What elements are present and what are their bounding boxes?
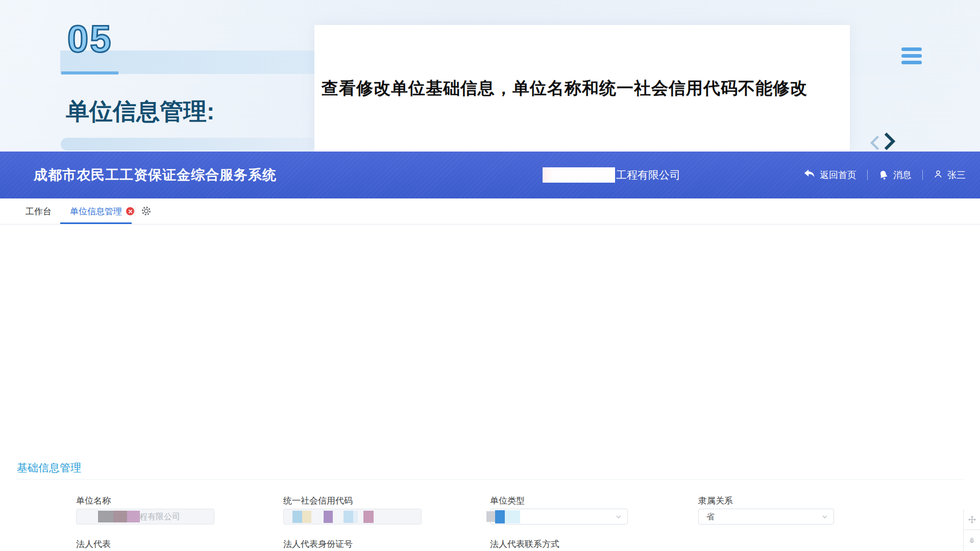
basic-info-panel: 基础信息管理 单位名称 程有限公司 统一社会信用代码 单位类型 隶属关系 省 法…	[0, 224, 980, 551]
system-title: 成都市农民工工资保证金综合服务系统	[34, 152, 277, 198]
credit-code-field[interactable]	[283, 509, 422, 524]
tab-workbench[interactable]: 工作台	[26, 198, 52, 224]
redaction-blocks	[284, 509, 374, 524]
messages-label: 消息	[893, 169, 912, 181]
header-actions: 返回首页 消息 张三	[804, 152, 966, 198]
edge-toolbar	[963, 509, 980, 551]
legal-rep-label: 法人代表	[76, 538, 111, 550]
back-home-button[interactable]: 返回首页	[804, 169, 856, 181]
close-icon[interactable]	[126, 207, 134, 215]
hero-description-card: 查看修改单位基础信息，单位名称和统一社会信用代码不能修改	[314, 25, 850, 152]
unit-name-field[interactable]: 程有限公司	[76, 509, 214, 524]
unit-name-label: 单位名称	[76, 495, 111, 507]
user-icon	[934, 169, 943, 181]
hero-title: 单位信息管理:	[66, 97, 214, 126]
section-title: 基础信息管理	[17, 461, 81, 475]
affiliation-value: 省	[706, 511, 715, 522]
company-name-suffix: 工程有限公司	[616, 168, 680, 182]
tab-unit-info[interactable]: 单位信息管理	[70, 198, 134, 224]
tab-bar: 工作台 单位信息管理	[0, 198, 980, 224]
chevron-left-icon[interactable]	[869, 135, 880, 153]
tab-unit-info-label: 单位信息管理	[70, 206, 122, 217]
affiliation-select[interactable]: 省	[698, 509, 834, 524]
hamburger-menu-icon[interactable]	[901, 47, 922, 64]
bell-icon	[877, 168, 890, 181]
redaction-block	[543, 167, 615, 183]
redaction-blocks	[491, 509, 520, 524]
back-home-label: 返回首页	[820, 169, 856, 181]
chevron-down-icon	[821, 513, 828, 520]
hero-accent-underline	[61, 71, 118, 74]
header-divider	[922, 170, 923, 180]
credit-code-label: 统一社会信用代码	[283, 495, 353, 507]
hero-progress-capsule	[61, 138, 315, 151]
header-divider	[867, 170, 868, 180]
messages-button[interactable]: 消息	[878, 169, 912, 181]
active-tab-indicator	[60, 222, 132, 224]
company-name-wrap: 工程有限公司	[543, 152, 680, 198]
chevron-down-icon	[615, 513, 622, 520]
user-menu[interactable]: 张三	[934, 169, 966, 181]
chevron-right-icon[interactable]	[883, 132, 896, 153]
rocket-icon[interactable]	[964, 530, 980, 551]
section-divider	[16, 479, 964, 480]
step-number: 05	[67, 17, 112, 61]
legal-rep-id-label: 法人代表身份证号	[283, 538, 353, 550]
reply-arrow-icon	[804, 169, 815, 181]
redaction-blocks	[77, 509, 140, 524]
user-name: 张三	[947, 169, 966, 181]
tab-divider	[135, 206, 135, 216]
unit-type-select[interactable]	[490, 509, 628, 524]
legal-rep-contact-label: 法人代表联系方式	[490, 538, 559, 550]
move-icon[interactable]	[964, 509, 980, 530]
gear-icon[interactable]	[141, 206, 152, 216]
app-header: 成都市农民工工资保证金综合服务系统 工程有限公司 返回首页 消息 张三	[0, 152, 980, 198]
affiliation-label: 隶属关系	[698, 495, 733, 507]
unit-type-label: 单位类型	[490, 495, 525, 507]
hero-description: 查看修改单位基础信息，单位名称和统一社会信用代码不能修改	[314, 77, 807, 100]
unit-name-value: 程有限公司	[139, 511, 180, 522]
tutorial-banner: 05 单位信息管理: 查看修改单位基础信息，单位名称和统一社会信用代码不能修改	[0, 0, 980, 152]
